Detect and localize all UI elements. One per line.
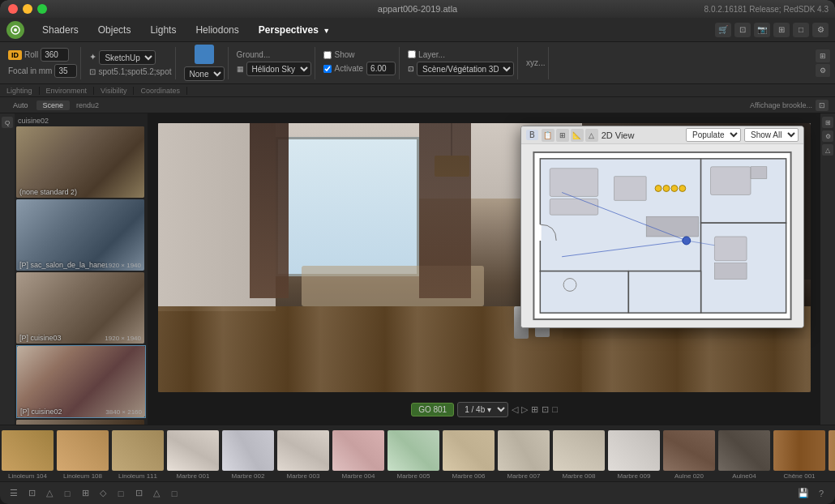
svg-rect-8 — [628, 271, 700, 314]
mat-marbre-001[interactable]: Marbre 001 — [165, 430, 221, 480]
menu-lights[interactable]: Lights — [142, 22, 184, 38]
show-checkbox[interactable] — [323, 51, 332, 59]
thumb-size-4: 3840 × 2160 — [105, 408, 142, 416]
mat-thumb-6 — [332, 430, 384, 471]
tab-auto[interactable]: Auto — [6, 100, 35, 110]
render-left-btn[interactable]: ◁ — [512, 404, 518, 415]
spot-label: spot5.1;spot5.2;spot — [98, 67, 171, 76]
close-button[interactable] — [8, 4, 18, 14]
mat-thumb-8 — [443, 430, 495, 471]
view-2d-content — [521, 144, 803, 327]
menu-heliodons[interactable]: Heliodons — [187, 22, 246, 38]
mat-name-8: Marbre 006 — [443, 472, 495, 480]
mat-aulne-020[interactable]: Aulne 020 — [662, 430, 717, 480]
scene-select[interactable]: Scène/Végétation 3D(Obj — [417, 62, 514, 76]
camera-icon[interactable]: 📷 — [754, 23, 770, 37]
mat-linoleum-111[interactable]: Linoleum 111 — [110, 430, 165, 480]
go-render-btn[interactable]: GO 801 — [411, 403, 454, 416]
cart-icon[interactable]: 🛒 — [715, 23, 731, 37]
mat-marbre-007[interactable]: Marbre 007 — [496, 430, 551, 480]
affichage-right: Affichage brookle... ⊡ — [750, 100, 829, 111]
roll-input[interactable]: 360 — [41, 48, 69, 62]
render-right-btn[interactable]: ▷ — [521, 404, 528, 415]
bt-save-icon[interactable]: 💾 — [796, 486, 811, 501]
right-btn-1[interactable]: ⊞ — [822, 117, 833, 128]
minimize-button[interactable] — [23, 4, 32, 14]
bt-icon-7[interactable]: □ — [113, 486, 128, 501]
layout-icon[interactable]: ⊡ — [734, 23, 751, 37]
menu-perspectives[interactable]: Perspectives ▼ — [250, 22, 338, 38]
right-btn-3[interactable]: △ — [822, 144, 833, 156]
render-grid-btn[interactable]: ⊞ — [531, 404, 538, 415]
mat-marbre-005[interactable]: Marbre 005 — [386, 430, 441, 480]
sketchup-select[interactable]: SketchUp — [99, 50, 156, 65]
svg-rect-9 — [550, 169, 597, 197]
render-zoom-btn[interactable]: ⊡ — [542, 404, 549, 415]
mat-chene-002[interactable]: Chêne 002 — [827, 430, 835, 480]
bt-icon-8[interactable]: ⊡ — [131, 486, 146, 501]
menu-right-icons: 🛒 ⊡ 📷 ⊞ □ ⚙ — [715, 23, 829, 37]
bt-icon-4[interactable]: □ — [60, 486, 75, 501]
menu-objects[interactable]: Objects — [90, 22, 139, 38]
menu-shaders[interactable]: Shaders — [34, 22, 87, 38]
mat-marbre-003[interactable]: Marbre 003 — [276, 430, 331, 480]
bt-icon-2[interactable]: ⊡ — [24, 486, 39, 501]
render-page-select[interactable]: 1 / 4b ▾ — [457, 402, 508, 417]
mat-thumb-1 — [57, 430, 109, 471]
mat-linoleum-108[interactable]: Linoleum 108 — [55, 430, 110, 480]
thumbnail-item-2[interactable]: [P] sac_salon_de_la_hane 1920 × 1940 — [16, 199, 146, 271]
maximize-button[interactable] — [37, 4, 47, 14]
svg-point-23 — [683, 237, 691, 245]
v2d-populate-select[interactable]: Populate — [686, 128, 741, 142]
section-environment: Environment — [40, 87, 95, 95]
thumbnail-item-1[interactable]: cuisine02 (none standard 2) — [16, 115, 146, 198]
version-label: 8.0.2.16181 Release; RedSDK 4.3 — [704, 5, 829, 14]
mat-marbre-009[interactable]: Marbre 009 — [606, 430, 662, 480]
bt-help-icon[interactable]: ? — [814, 486, 829, 501]
mat-marbre-008[interactable]: Marbre 008 — [551, 430, 606, 480]
none-select[interactable]: None — [184, 66, 225, 81]
thumbnail-item-5[interactable]: [P] salon3 1920 × 1940 — [16, 420, 146, 425]
activate-checkbox[interactable] — [323, 65, 332, 73]
toolbar-right-btn1[interactable]: ⊞ — [816, 49, 830, 62]
settings-icon[interactable]: ⚙ — [812, 23, 829, 37]
v2d-icon-1[interactable]: 📋 — [542, 129, 555, 142]
affichage-expand[interactable]: ⊡ — [816, 100, 829, 111]
render-view-btn[interactable]: □ — [552, 404, 558, 414]
mat-linoleum-104[interactable]: Linoleum 104 — [0, 430, 55, 480]
mat-chene-001[interactable]: Chêne 001 — [772, 430, 827, 480]
v2d-icon-4[interactable]: △ — [585, 129, 598, 142]
mat-marbre-006[interactable]: Marbre 006 — [441, 430, 496, 480]
mat-thumb-13 — [663, 430, 715, 471]
thumbnail-item-3[interactable]: [P] cuisine03 1920 × 1940 — [16, 272, 146, 344]
mat-marbre-002[interactable]: Marbre 002 — [221, 430, 276, 480]
v2d-show-all-select[interactable]: Show All — [744, 128, 799, 142]
section-labels: Lighting Environment Visibility Coordina… — [0, 84, 835, 97]
focal-input[interactable]: 35 — [54, 64, 77, 78]
tab-scene[interactable]: Scene — [36, 100, 71, 110]
bt-icon-5[interactable]: ⊞ — [78, 486, 92, 501]
thumbnail-item-4[interactable]: [P] cuisine02 3840 × 2160 — [16, 345, 146, 418]
toolbar-right-btn2[interactable]: ⚙ — [816, 64, 830, 77]
bt-icon-1[interactable]: ☰ — [6, 486, 21, 501]
thumb-label-2: [P] sac_salon_de_la_hane — [19, 261, 105, 269]
right-btn-2[interactable]: ⚙ — [822, 130, 833, 142]
mat-marbre-004[interactable]: Marbre 004 — [331, 430, 386, 480]
helidon-select[interactable]: Hélidon Sky — [246, 62, 311, 76]
grid-icon[interactable]: ⊞ — [773, 23, 790, 37]
view-preview — [195, 45, 214, 64]
bt-icon-3[interactable]: △ — [42, 486, 57, 501]
layer-checkbox[interactable] — [408, 50, 416, 58]
sidebar-search[interactable]: Q — [2, 117, 13, 128]
svg-rect-13 — [710, 167, 751, 195]
mat-aulne04[interactable]: Aulne04 — [717, 430, 772, 480]
activate-value[interactable] — [366, 62, 396, 75]
svg-rect-12 — [646, 216, 698, 237]
v2d-icon-2[interactable]: ⊞ — [556, 129, 569, 142]
bt-icon-6[interactable]: ◇ — [96, 486, 110, 501]
panel-icon[interactable]: □ — [793, 23, 809, 37]
bt-icon-9[interactable]: △ — [149, 486, 164, 501]
menu-bar: Shaders Objects Lights Heliodons Perspec… — [0, 18, 835, 42]
v2d-icon-3[interactable]: 📐 — [571, 129, 584, 142]
bt-icon-10[interactable]: □ — [167, 486, 182, 501]
